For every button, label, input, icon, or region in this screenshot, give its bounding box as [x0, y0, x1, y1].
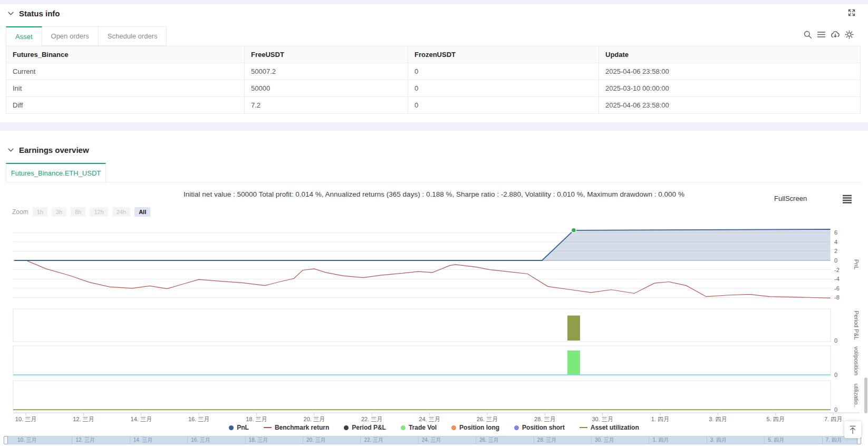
- cell-frozen-usdt: 0: [408, 63, 599, 80]
- navigator-segment[interactable]: 1. 四月: [649, 437, 706, 444]
- cell-update: 2025-03-10 00:00:00: [599, 80, 861, 97]
- navigator-segment[interactable]: 20. 三月: [303, 437, 360, 444]
- legend-item-1[interactable]: Benchmark return: [264, 424, 329, 431]
- navigator-segment[interactable]: 30. 三月: [591, 437, 649, 444]
- navigator-segment[interactable]: 16. 三月: [187, 437, 245, 444]
- table-row: Init 50000 0 2025-03-10 00:00:00: [6, 80, 861, 97]
- symbol-tab-label: Futures_Binance.ETH_USDT: [11, 169, 101, 177]
- status-info-tabs: Asset Open orders Schedule orders: [6, 26, 167, 46]
- axis-name-3: utilizatio..: [853, 384, 860, 408]
- zoom-label: Zoom: [12, 208, 28, 216]
- chart-menu-button[interactable]: [842, 195, 852, 203]
- axis-name-2: vol/position: [853, 346, 860, 375]
- search-button[interactable]: [803, 30, 812, 39]
- cloud-download-icon: [831, 31, 840, 38]
- legend-item-3[interactable]: Trade Vol: [401, 424, 437, 431]
- x-axis-label: 14. 三月: [131, 416, 152, 422]
- y-axis-tick-label: 2: [834, 248, 837, 254]
- legend-label: Asset utilization: [591, 424, 639, 431]
- tab-open-orders[interactable]: Open orders: [42, 26, 99, 46]
- navigator-segment[interactable]: 14. 三月: [130, 437, 187, 444]
- navigator-left-handle[interactable]: [4, 436, 8, 444]
- table-row: Current 50007.2 0 2025-04-06 23:58:00: [6, 63, 861, 80]
- zoom-1h-button[interactable]: 1h: [33, 207, 47, 217]
- zoom-all-button[interactable]: All: [134, 207, 150, 217]
- legend-label: Period P&L: [352, 424, 386, 431]
- fullscreen-expand-icon: [847, 8, 856, 17]
- back-to-top-icon: [847, 424, 858, 435]
- row-label-current[interactable]: Current: [6, 63, 245, 80]
- zoom-controls: Zoom 1h 3h 8h 12h 24h All: [12, 207, 150, 217]
- earnings-header[interactable]: Earnings overview: [7, 146, 89, 154]
- navigator-segment[interactable]: 12. 三月: [72, 437, 129, 444]
- column-header: FrozenUSDT: [408, 46, 599, 63]
- fullscreen-button[interactable]: FullScreen: [774, 195, 807, 202]
- zoom-24h-button[interactable]: 24h: [112, 207, 130, 217]
- legend-label: Benchmark return: [275, 424, 329, 431]
- tab-label: Asset: [15, 33, 33, 41]
- panel-box: [13, 381, 831, 411]
- cell-free-usdt: 50007.2: [245, 63, 408, 80]
- legend-marker: [580, 427, 587, 429]
- cell-update: 2025-04-06 23:58:00: [599, 97, 861, 114]
- chart-navigator[interactable]: 10. 三月12. 三月14. 三月16. 三月18. 三月20. 三月22. …: [4, 436, 861, 444]
- x-axis-label: 1. 四月: [651, 416, 669, 422]
- x-axis-label: 3. 四月: [709, 416, 727, 422]
- navigator-segment[interactable]: 3. 四月: [707, 437, 764, 444]
- tab-asset[interactable]: Asset: [6, 26, 42, 46]
- tab-bar-divider: [6, 182, 862, 182]
- legend-marker: [344, 425, 349, 430]
- y-axis-tick-label: 6: [834, 229, 837, 236]
- columns-menu-button[interactable]: [817, 30, 826, 39]
- menu-icon: [817, 30, 826, 39]
- status-info-header[interactable]: Status info: [7, 9, 60, 18]
- chart-menu-icon: [842, 195, 852, 203]
- legend-item-6[interactable]: Asset utilization: [580, 424, 639, 431]
- vertical-scrollbar-thumb[interactable]: [864, 377, 867, 413]
- legend-marker: [229, 425, 234, 430]
- navigator-segment[interactable]: 18. 三月: [245, 437, 303, 444]
- panel-box: [13, 309, 831, 342]
- cell-update: 2025-04-06 23:58:00: [599, 63, 861, 80]
- navigator-segment[interactable]: 22. 三月: [360, 437, 418, 444]
- row-label-diff: Diff: [6, 97, 245, 114]
- y-axis-tick-label: -2: [834, 267, 840, 273]
- navigator-segment[interactable]: 24. 三月: [418, 437, 476, 444]
- navigator-segment[interactable]: 10. 三月: [14, 437, 72, 444]
- legend-item-0[interactable]: PnL: [229, 424, 249, 431]
- back-to-top-button[interactable]: [844, 421, 861, 438]
- tab-label: Open orders: [51, 32, 89, 40]
- navigator-segment[interactable]: 26. 三月: [476, 437, 533, 444]
- download-button[interactable]: [831, 31, 840, 38]
- zoom-12h-button[interactable]: 12h: [90, 207, 108, 217]
- x-axis-label: 5. 四月: [767, 416, 785, 422]
- column-header: FreeUSDT: [245, 46, 408, 63]
- x-axis-label: 20. 三月: [304, 416, 325, 422]
- settings-button[interactable]: [845, 30, 854, 39]
- zoom-3h-button[interactable]: 3h: [52, 207, 66, 217]
- legend-label: Trade Vol: [409, 424, 437, 431]
- pnl-area: [14, 229, 831, 260]
- navigator-segment[interactable]: 28. 三月: [534, 437, 591, 444]
- legend-item-5[interactable]: Position short: [514, 424, 565, 431]
- x-axis-label: 28. 三月: [534, 416, 555, 422]
- y-axis-tick-label: -8: [834, 294, 840, 300]
- chevron-down-icon: [7, 10, 14, 17]
- earnings-title: Earnings overview: [19, 146, 89, 154]
- table-toolbar: [803, 30, 854, 39]
- x-axis-label: 16. 三月: [188, 416, 209, 422]
- x-axis-label: 30. 三月: [592, 416, 613, 422]
- zoom-8h-button[interactable]: 8h: [71, 207, 85, 217]
- column-header: Futures_Binance: [6, 46, 245, 63]
- bar-series: [567, 351, 580, 375]
- legend-label: Position short: [522, 424, 565, 431]
- chart-legend: PnLBenchmark returnPeriod P&LTrade VolPo…: [0, 424, 868, 431]
- y-axis-tick-label: 0: [834, 406, 837, 413]
- tab-futures-binance-eth-usdt[interactable]: Futures_Binance.ETH_USDT: [6, 163, 106, 182]
- expand-button[interactable]: [847, 8, 856, 17]
- legend-item-4[interactable]: Position long: [451, 424, 499, 431]
- legend-item-2[interactable]: Period P&L: [344, 424, 386, 431]
- x-axis-label: 26. 三月: [477, 416, 498, 422]
- tab-schedule-orders[interactable]: Schedule orders: [99, 26, 167, 46]
- navigator-segment[interactable]: 5. 四月: [764, 437, 822, 444]
